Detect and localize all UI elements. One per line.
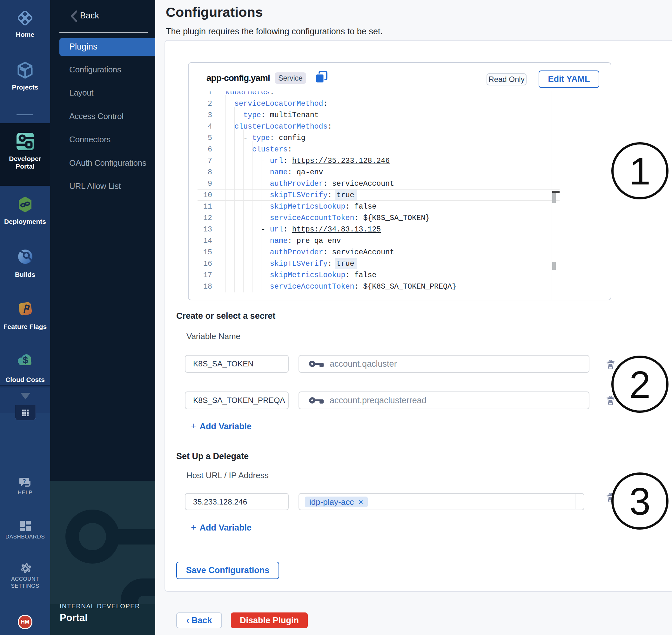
- svg-text:?: ?: [23, 478, 26, 484]
- svg-text:$: $: [23, 355, 28, 365]
- svg-text:1: 1: [629, 150, 651, 192]
- svg-text:2: 2: [629, 363, 651, 406]
- svg-text:3: 3: [629, 480, 651, 523]
